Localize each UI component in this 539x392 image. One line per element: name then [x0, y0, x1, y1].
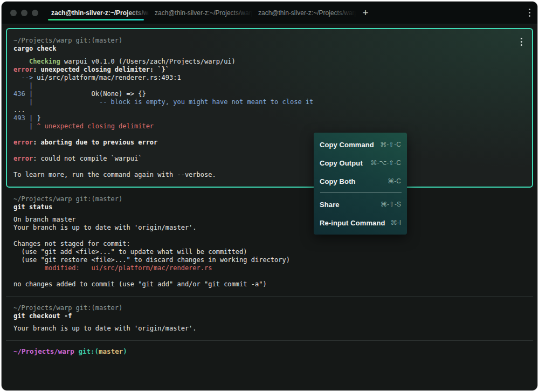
terminal-line: ~/Projects/warp git:(master) [13, 37, 526, 45]
terminal-line: To learn more, run the command again wit… [13, 171, 526, 179]
terminal-text-segment: | [13, 122, 33, 130]
menu-item-label: Copy Command [320, 141, 374, 149]
terminal-text-segment: Your branch is up to date with 'origin/m… [13, 224, 197, 231]
terminal-text-segment: | [13, 82, 33, 90]
menu-item-shortcut: ⌘-⌥-⇧-C [370, 159, 401, 167]
terminal-line: no changes added to commit (use "git add… [13, 280, 526, 288]
terminal-text-segment: master [99, 347, 123, 355]
menu-separator [320, 192, 402, 193]
terminal-text-segment: -- block is empty, you might have not me… [33, 98, 313, 106]
command-input-prompt[interactable]: ~/Projects/warp git:(master) [6, 341, 533, 362]
tab-fade [228, 2, 253, 24]
tab-3[interactable]: zach@thin-silver-z:~/Projects/warp [253, 2, 356, 24]
block-overflow-menu-icon[interactable] [521, 38, 522, 46]
terminal-line: Your branch is up to date with 'origin/m… [13, 325, 526, 333]
command-block-git-checkout[interactable]: ~/Projects/warp git:(master)git checkout… [6, 297, 533, 340]
command-block-cargo-check[interactable]: ~/Projects/warp git:(master)cargo check … [6, 28, 533, 188]
terminal-line: ~/Projects/warp git:(master) [13, 304, 526, 312]
terminal-text-segment: : aborting due to previous error [33, 139, 157, 146]
terminal-text-segment: On branch master [13, 216, 76, 223]
tab-1[interactable]: zach@thin-silver-z:~/Projects/warp [46, 2, 149, 24]
terminal-text-segment: 436 [13, 90, 25, 98]
menu-item-label: Copy Output [320, 159, 363, 167]
terminal-text-segment: Checking [29, 58, 60, 65]
zoom-window-button[interactable] [32, 10, 38, 16]
terminal-text-segment: Changes not staged for commit: [13, 240, 130, 247]
menu-item-label: Copy Both [320, 177, 356, 185]
line-gap [13, 211, 526, 216]
terminal-text-segment: ui/src/platform/mac/renderer.rs:493:1 [37, 74, 181, 81]
terminal-text-segment: git checkout -f [13, 312, 72, 320]
terminal-text-segment: | [13, 98, 33, 106]
close-window-button[interactable] [10, 10, 17, 16]
block-lines: ~/Projects/warp git:(master)git statusOn… [13, 195, 526, 288]
new-tab-button[interactable]: + [356, 2, 375, 24]
menu-item-shortcut: ⌘-I [391, 219, 401, 226]
minimize-window-button[interactable] [21, 10, 27, 16]
line-gap [13, 53, 526, 58]
terminal-text-segment: ) [123, 347, 127, 355]
terminal-text-segment: warpui v0.1.0 (/Users/zach/Projects/warp… [60, 58, 236, 65]
terminal-line: error: aborting due to previous error [13, 139, 526, 147]
menu-item-share[interactable]: Share ⌘-⇧-S [314, 195, 407, 214]
terminal-text-segment: error [13, 155, 33, 162]
terminal-line: git status [13, 203, 526, 211]
terminal-line: (use "git restore <file>..." to discard … [13, 256, 526, 264]
terminal-line: cargo check [13, 45, 526, 53]
command-block-git-status[interactable]: ~/Projects/warp git:(master)git statusOn… [6, 188, 533, 296]
terminal-text-segment: error [13, 139, 33, 146]
window-overflow-menu-icon[interactable] [521, 2, 537, 24]
terminal-text-segment [25, 90, 29, 98]
terminal-line [13, 163, 526, 171]
terminal-text-segment: modified: ui/src/platform/mac/renderer.r… [13, 264, 212, 272]
terminal-text-segment: ~/Projects/warp git:(master) [13, 195, 122, 203]
terminal-text-segment: ~/Projects/warp git:(master) [13, 304, 122, 312]
terminal-text-segment: (use "git restore <file>..." to discard … [13, 256, 290, 264]
terminal-line: Your branch is up to date with 'origin/m… [13, 224, 526, 232]
terminal-text-segment [13, 58, 29, 65]
terminal-text-segment: cargo check [13, 45, 56, 52]
terminal-line: git checkout -f [13, 312, 526, 320]
terminal-line: 493 | } [13, 114, 526, 122]
menu-item-copy-command[interactable]: Copy Command ⌘-⇧-C [314, 135, 407, 154]
terminal-text-segment: Ok(None) => {} [33, 90, 146, 98]
menu-item-copy-both[interactable]: Copy Both ⌘-C [314, 172, 407, 190]
terminal-text-segment: ~/Projects/warp [13, 347, 78, 355]
menu-item-copy-output[interactable]: Copy Output ⌘-⌥-⇧-C [314, 154, 407, 172]
terminal-text-segment: ~/Projects/warp git:(master) [13, 37, 122, 44]
block-lines: ~/Projects/warp git:(master)git checkout… [13, 304, 526, 333]
terminal-line: modified: ui/src/platform/mac/renderer.r… [13, 264, 526, 272]
terminal-text-segment: : unexpected closing delimiter: `}` [33, 66, 169, 73]
terminal-line [13, 147, 526, 155]
terminal-text-segment: --> [13, 74, 37, 81]
terminal-line [13, 272, 526, 280]
terminal-line: Checking warpui v0.1.0 (/Users/zach/Proj… [13, 58, 526, 66]
terminal-text-segment [25, 114, 29, 122]
terminal-text-segment: (use "git add <file>..." to update what … [13, 248, 247, 256]
terminal-text-segment: ... [13, 106, 25, 114]
terminal-text-segment: Your branch is up to date with 'origin/m… [13, 325, 197, 332]
menu-item-reinput-command[interactable]: Re-input Command ⌘-I [314, 214, 407, 232]
tabbar-spacer [375, 2, 521, 24]
terminal-text-segment: error [13, 66, 33, 73]
terminal-line: ~/Projects/warp git:(master) [13, 195, 526, 203]
terminal-line: error: unexpected closing delimiter: `}` [13, 66, 526, 74]
block-lines: ~/Projects/warp git:(master)cargo check … [13, 37, 526, 179]
tab-2[interactable]: zach@thin-silver-z:~/Projects/warp [149, 2, 253, 24]
terminal-text-segment: } [33, 114, 40, 122]
menu-item-label: Share [320, 201, 340, 209]
terminal-line: On branch master [13, 216, 526, 224]
block-context-menu: Copy Command ⌘-⇧-C Copy Output ⌘-⌥-⇧-C C… [314, 133, 407, 235]
terminal-line: 436 | Ok(None) => {} [13, 90, 526, 98]
terminal-line: (use "git add <file>..." to update what … [13, 248, 526, 256]
terminal-line: --> ui/src/platform/mac/renderer.rs:493:… [13, 74, 526, 82]
terminal-text-segment: : could not compile `warpui` [33, 155, 142, 162]
menu-item-shortcut: ⌘-⇧-S [381, 201, 401, 208]
terminal-line [13, 232, 526, 240]
traffic-lights [2, 2, 46, 24]
terminal-line: | [13, 82, 526, 90]
terminal-text-segment: no changes added to commit (use "git add… [13, 280, 267, 288]
tab-bar: zach@thin-silver-z:~/Projects/warp zach@… [2, 2, 537, 24]
menu-item-shortcut: ⌘-C [388, 177, 401, 185]
terminal-line [13, 130, 526, 139]
